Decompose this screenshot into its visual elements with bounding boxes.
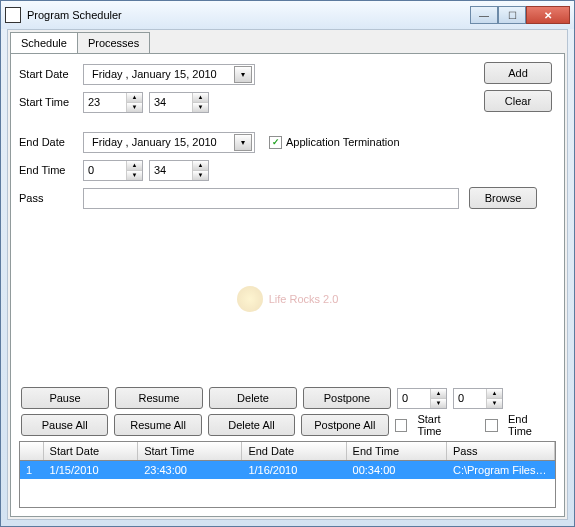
chevron-up-icon[interactable]: ▲ [487,389,502,399]
end-date-value: Friday , January 15, 2010 [86,136,234,148]
minimize-button[interactable] [470,6,498,24]
chevron-down-icon[interactable]: ▼ [431,399,446,408]
app-icon [5,7,21,23]
table-row[interactable] [20,479,555,499]
end-minute-spinner[interactable]: 34 ▲▼ [149,160,209,181]
maximize-button[interactable] [498,6,526,24]
start-time-label: Start Time [19,96,83,108]
start-time-checkbox[interactable] [395,419,408,432]
chevron-down-icon[interactable]: ▼ [193,103,208,112]
app-window: Program Scheduler Schedule Processes Sta… [0,0,575,527]
watermark: Life Rocks 2.0 [19,214,556,383]
col-end-time[interactable]: End Time [347,442,447,460]
start-minute-spinner[interactable]: 34 ▲▼ [149,92,209,113]
col-pass[interactable]: Pass [447,442,555,460]
calendar-icon[interactable]: ▾ [234,134,252,151]
app-termination-label: Application Termination [286,136,400,148]
chevron-down-icon[interactable]: ▼ [193,171,208,180]
pause-all-button[interactable]: Pause All [21,414,108,436]
postpone-button[interactable]: Postpone [303,387,391,409]
close-button[interactable] [526,6,570,24]
start-date-picker[interactable]: Friday , January 15, 2010 ▾ [83,64,255,85]
tab-content: Start Date Friday , January 15, 2010 ▾ S… [10,53,565,517]
col-index[interactable] [20,442,44,460]
end-date-picker[interactable]: Friday , January 15, 2010 ▾ [83,132,255,153]
end-time-checkbox[interactable] [485,419,498,432]
app-termination-checkbox[interactable]: ✓ [269,136,282,149]
pass-input[interactable] [83,188,459,209]
resume-button[interactable]: Resume [115,387,203,409]
pass-label: Pass [19,192,83,204]
tab-schedule[interactable]: Schedule [10,32,78,53]
titlebar[interactable]: Program Scheduler [1,1,574,29]
start-date-label: Start Date [19,68,83,80]
tab-processes[interactable]: Processes [77,32,150,53]
end-date-label: End Date [19,136,83,148]
window-title: Program Scheduler [27,9,470,21]
calendar-icon[interactable]: ▾ [234,66,252,83]
chevron-up-icon[interactable]: ▲ [127,161,142,171]
delete-button[interactable]: Delete [209,387,297,409]
start-hour-spinner[interactable]: 23 ▲▼ [83,92,143,113]
chevron-up-icon[interactable]: ▲ [431,389,446,399]
col-start-time[interactable]: Start Time [138,442,242,460]
grid-header: Start Date Start Time End Date End Time … [20,442,555,461]
chevron-down-icon[interactable]: ▼ [487,399,502,408]
chevron-down-icon[interactable]: ▼ [127,171,142,180]
delete-all-button[interactable]: Delete All [208,414,295,436]
chevron-up-icon[interactable]: ▲ [127,93,142,103]
postpone-value-2[interactable]: 0 ▲▼ [453,388,503,409]
start-time-chk-label: Start Time [417,413,467,437]
col-start-date[interactable]: Start Date [44,442,139,460]
chevron-down-icon[interactable]: ▼ [127,103,142,112]
end-time-chk-label: End Time [508,413,554,437]
resume-all-button[interactable]: Resume All [114,414,201,436]
chevron-up-icon[interactable]: ▲ [193,161,208,171]
client-area: Schedule Processes Start Date Friday , J… [7,29,568,520]
schedule-grid[interactable]: Start Date Start Time End Date End Time … [19,441,556,508]
chevron-up-icon[interactable]: ▲ [193,93,208,103]
browse-button[interactable]: Browse [469,187,537,209]
postpone-value-1[interactable]: 0 ▲▼ [397,388,447,409]
pause-button[interactable]: Pause [21,387,109,409]
add-button[interactable]: Add [484,62,552,84]
end-hour-spinner[interactable]: 0 ▲▼ [83,160,143,181]
start-date-value: Friday , January 15, 2010 [86,68,234,80]
clear-button[interactable]: Clear [484,90,552,112]
col-end-date[interactable]: End Date [242,442,346,460]
postpone-all-button[interactable]: Postpone All [301,414,388,436]
globe-icon [237,286,263,312]
table-row[interactable]: 1 1/15/2010 23:43:00 1/16/2010 00:34:00 … [20,461,555,479]
tabs: Schedule Processes [8,30,567,53]
end-time-label: End Time [19,164,83,176]
